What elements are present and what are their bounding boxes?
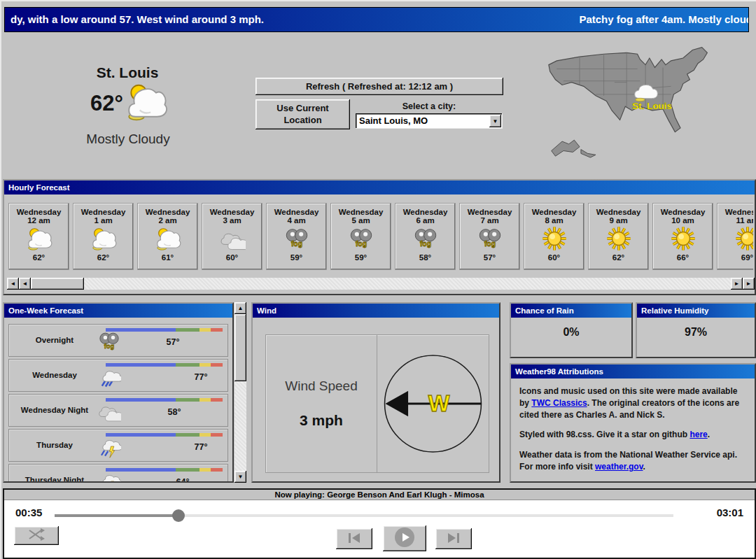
use-current-location-button[interactable]: Use Current Location: [255, 99, 350, 129]
seek-thumb[interactable]: [172, 509, 185, 522]
city-select-group: Select a city: Saint Louis, MO ▼: [356, 99, 503, 129]
duration-time: 03:01: [717, 507, 743, 518]
chance-of-rain-panel: Chance of Rain 0%: [510, 302, 633, 358]
mostly-cloudy-icon: [125, 80, 168, 123]
seek-slider[interactable]: [55, 509, 673, 522]
hourly-card: Wednesday11 am69°: [717, 203, 753, 270]
chance-of-rain-title: Chance of Rain: [511, 304, 631, 318]
hourly-time: 12 am: [9, 216, 69, 225]
week-row: Overnightfog57°: [8, 324, 228, 357]
hourly-temp: 59°: [267, 253, 326, 262]
rain-icon: [97, 365, 121, 388]
week-temp: 58°: [162, 407, 186, 417]
alaska-outline: [552, 140, 596, 157]
marquee-text-left: dy, with a low around 57. West wind arou…: [10, 13, 264, 25]
wind-speed-value: 3 mph: [300, 412, 343, 429]
seek-fill: [55, 514, 178, 517]
hourly-day: Wednesday: [396, 208, 455, 216]
attribution-link[interactable]: weather.gov: [595, 462, 643, 472]
fog-icon: fog: [267, 225, 326, 253]
hourly-card: Wednesday8 am60°: [524, 203, 584, 270]
hourly-forecast-panel: Hourly Forecast Wednesday12 am62°Wednesd…: [3, 179, 756, 295]
marquee-text-right: Patchy fog after 4am. Mostly cloud: [579, 13, 749, 25]
hourly-time: 3 am: [202, 216, 262, 225]
refresh-button[interactable]: Refresh ( Refreshed at: 12:12 am ): [255, 78, 503, 95]
attribution-link[interactable]: TWC Classics: [531, 398, 587, 408]
hourly-scrollbar[interactable]: ◄ ◄ ► ►: [7, 278, 755, 290]
cloudy-icon: [202, 225, 262, 253]
attribution-paragraph: Icons and music used on this site were m…: [519, 385, 746, 420]
sunny-icon: [589, 225, 648, 253]
relative-humidity-panel: Relative Humidity 97%: [636, 302, 756, 358]
previous-track-button[interactable]: [336, 528, 372, 549]
scrollbar-thumb[interactable]: [234, 314, 246, 381]
scrollbar-thumb[interactable]: [31, 278, 84, 290]
attribution-link[interactable]: here: [690, 430, 707, 439]
hourly-card: Wednesday1 am62°: [73, 203, 134, 270]
usa-outline: [549, 48, 708, 132]
scroll-left-icon[interactable]: ◄: [19, 278, 31, 290]
one-week-forecast-title: One-Week Forecast: [4, 304, 232, 318]
hourly-card: Wednesday4 amfog59°: [266, 203, 327, 270]
hourly-time: 1 am: [74, 216, 133, 225]
hourly-temp: 61°: [138, 253, 197, 262]
wind-direction-label: W: [428, 391, 450, 416]
map-marker-label: St. Louis: [632, 101, 672, 111]
wind-speed-section: Wind Speed 3 mph: [266, 335, 377, 472]
hourly-card: Wednesday7 amfog57°: [459, 203, 520, 270]
hourly-time: 2 am: [138, 216, 197, 225]
hourly-temp: 69°: [718, 253, 753, 262]
scroll-left-icon[interactable]: ◄: [7, 278, 19, 290]
hourly-day: Wednesday: [202, 208, 262, 216]
hourly-day: Wednesday: [331, 208, 391, 216]
hourly-day: Wednesday: [653, 208, 713, 216]
city-dropdown-value[interactable]: Saint Louis, MO: [356, 113, 503, 129]
sunny-icon: [718, 225, 753, 253]
temp-range-bar: [106, 328, 223, 332]
hourly-time: 11 am: [718, 216, 753, 225]
hourly-temp: 62°: [9, 253, 69, 262]
week-temp: 77°: [189, 442, 213, 452]
scroll-right-icon[interactable]: ►: [743, 278, 755, 290]
hourly-card: Wednesday5 amfog59°: [330, 203, 391, 270]
hourly-day: Wednesday: [589, 208, 648, 216]
wind-box: Wind Speed 3 mph W: [265, 334, 489, 473]
hourly-forecast-title: Hourly Forecast: [4, 181, 755, 194]
svg-text:fog: fog: [419, 240, 430, 248]
week-row: Wednesday Night58°: [8, 394, 228, 427]
city-dropdown[interactable]: Saint Louis, MO ▼: [356, 113, 503, 129]
scroll-right-icon[interactable]: ►: [731, 278, 743, 290]
hourly-time: 6 am: [396, 216, 455, 225]
hourly-card: Wednesday3 am60°: [202, 203, 262, 270]
sunny-icon: [653, 225, 713, 253]
shuffle-button[interactable]: [14, 526, 59, 545]
svg-text:fog: fog: [484, 240, 495, 248]
week-scrollbar[interactable]: ▲ ▼: [234, 302, 246, 483]
elapsed-time: 00:35: [15, 507, 42, 518]
next-track-button[interactable]: [435, 528, 472, 549]
hourly-day: Wednesday: [138, 208, 197, 216]
week-row: Thursday77°: [8, 429, 228, 462]
hourly-card: Wednesday6 amfog58°: [395, 203, 456, 270]
scroll-down-icon[interactable]: ▼: [234, 471, 246, 483]
wind-panel: Wind Wind Speed 3 mph W: [251, 302, 500, 483]
music-player: Now playing: George Benson And Earl Klug…: [3, 488, 756, 559]
wind-compass-section: W: [377, 335, 489, 472]
week-day-label: Thursday Night: [13, 465, 96, 483]
chevron-down-icon[interactable]: ▼: [489, 115, 501, 127]
select-city-label: Select a city:: [356, 99, 503, 113]
mostly-cloudy-icon: [9, 225, 69, 253]
current-city: St. Louis: [71, 64, 183, 81]
attribution-paragraph: Weather data is from the National Weathe…: [519, 449, 746, 473]
scrollbar-track[interactable]: [234, 381, 246, 471]
hourly-card: Wednesday10 am66°: [652, 203, 713, 270]
weather98-app: dy, with a low around 57. West wind arou…: [0, 0, 756, 559]
play-button[interactable]: [383, 525, 426, 551]
fog-icon: fog: [396, 225, 455, 253]
current-condition: Mostly Cloudy: [66, 132, 190, 147]
hourly-temp: 60°: [202, 253, 262, 262]
scroll-up-icon[interactable]: ▲: [234, 302, 246, 314]
scrollbar-track[interactable]: [84, 278, 731, 290]
hourly-temp: 57°: [460, 253, 519, 262]
week-row: Thursday Night64°: [8, 464, 228, 483]
